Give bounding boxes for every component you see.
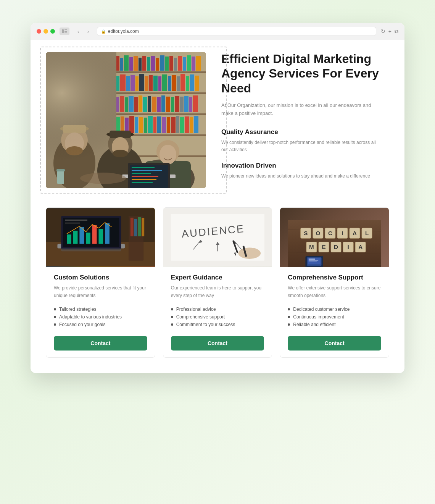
list-item: Adaptable to various industries	[54, 313, 147, 321]
cards-section: Custom Solutions We provide personalized…	[46, 207, 389, 357]
add-tab-icon[interactable]: +	[388, 28, 392, 35]
svg-rect-131	[130, 218, 134, 236]
svg-rect-2	[64, 31, 67, 32]
browser-window: ‹ › 🔒 editor.yola.com ↻ + ⧉	[31, 23, 404, 373]
refresh-icon[interactable]: ↻	[381, 28, 385, 35]
card-title-expert: Expert Guidance	[171, 274, 264, 281]
list-item-text: Professional advice	[176, 307, 216, 312]
browser-toolbar: ‹ › 🔒 editor.yola.com ↻ + ⧉	[31, 23, 404, 40]
address-bar[interactable]: 🔒 editor.yola.com	[97, 27, 376, 36]
card-custom-solutions: Custom Solutions We provide personalized…	[46, 207, 155, 357]
list-item-text: Continuous improvement	[293, 314, 344, 320]
list-item: Tailored strategies	[54, 305, 147, 313]
list-item-text: Adaptable to various industries	[59, 314, 122, 320]
card-desc-custom: We provide personalized services that fi…	[54, 284, 147, 299]
extensions-icon[interactable]: ⧉	[395, 28, 398, 35]
svg-text:I: I	[342, 230, 343, 236]
hero-image	[46, 52, 206, 188]
feature-innovation: Innovation Driven We pioneer new ideas a…	[221, 162, 382, 180]
svg-rect-121	[73, 231, 78, 244]
svg-rect-123	[86, 233, 90, 244]
card-title-support: Comprehensive Support	[288, 274, 381, 281]
card-expert-guidance: AUDIENCE	[163, 207, 272, 357]
card-desc-expert: Our experienced team is here to support …	[171, 284, 264, 299]
hero-image-container	[46, 52, 206, 188]
svg-text:A: A	[359, 244, 363, 250]
traffic-lights	[37, 29, 55, 34]
card-list-support: Dedicated customer service Continuous im…	[288, 305, 381, 328]
svg-rect-132	[134, 219, 137, 236]
page-content: Efficient Digital Marketing Agency Servi…	[31, 40, 404, 373]
hero-section: Efficient Digital Marketing Agency Servi…	[46, 52, 389, 188]
svg-rect-126	[105, 223, 110, 244]
list-item: Comprehensive support	[171, 313, 264, 321]
list-item: Commitment to your success	[171, 321, 264, 328]
bullet-icon	[54, 316, 56, 318]
contact-button-expert[interactable]: Contact	[171, 336, 264, 351]
list-item-text: Dedicated customer service	[293, 307, 350, 312]
minimize-button[interactable]	[44, 29, 48, 34]
list-item-text: Commitment to your success	[176, 322, 235, 327]
card-body-expert: Expert Guidance Our experienced team is …	[163, 267, 272, 357]
feature-quality: Quality Assurance We consistently delive…	[221, 128, 382, 153]
list-item-text: Reliable and efficient	[293, 322, 335, 327]
svg-rect-180	[309, 260, 318, 261]
card-title-custom: Custom Solutions	[54, 274, 147, 281]
contact-button-custom[interactable]: Contact	[54, 336, 147, 351]
svg-rect-119	[63, 218, 119, 247]
close-button[interactable]	[37, 29, 41, 34]
svg-point-144	[238, 248, 261, 259]
hero-subtitle: At Our Organization, our mission is to e…	[221, 102, 382, 118]
sidebar-toggle[interactable]	[60, 27, 69, 35]
svg-text:I: I	[348, 244, 349, 250]
svg-rect-133	[138, 217, 141, 236]
svg-rect-128	[65, 223, 80, 224]
bullet-icon	[171, 323, 173, 326]
list-item: Professional advice	[171, 305, 264, 313]
svg-rect-114	[46, 52, 206, 188]
list-item: Dedicated customer service	[288, 305, 381, 313]
svg-rect-129	[61, 249, 121, 252]
svg-text:C: C	[328, 230, 332, 236]
svg-text:S: S	[304, 230, 308, 236]
bullet-icon	[288, 308, 290, 310]
svg-text:O: O	[316, 230, 321, 236]
card-image-social: S O C I A	[280, 208, 389, 267]
svg-text:M: M	[309, 244, 314, 250]
svg-rect-120	[67, 234, 71, 244]
svg-rect-1	[64, 29, 67, 30]
maximize-button[interactable]	[50, 29, 55, 34]
card-list-custom: Tailored strategies Adaptable to various…	[54, 305, 147, 328]
forward-button[interactable]: ›	[84, 27, 92, 36]
card-list-expert: Professional advice Comprehensive suppor…	[171, 305, 264, 328]
svg-rect-179	[309, 259, 315, 260]
svg-rect-0	[62, 29, 64, 33]
list-item-text: Tailored strategies	[59, 307, 96, 312]
svg-text:L: L	[365, 230, 369, 236]
contact-button-support[interactable]: Contact	[288, 336, 381, 351]
bullet-icon	[288, 323, 290, 326]
bullet-icon	[171, 316, 173, 318]
list-item: Focused on your goals	[54, 321, 147, 328]
svg-rect-3	[64, 32, 67, 33]
bullet-icon	[288, 316, 290, 318]
svg-rect-124	[92, 225, 97, 244]
list-item: Reliable and efficient	[288, 321, 381, 328]
feature-innovation-desc: We pioneer new ideas and solutions to st…	[221, 173, 382, 180]
card-desc-support: We offer extensive support services to e…	[288, 284, 381, 299]
url-text: editor.yola.com	[108, 29, 139, 34]
bullet-icon	[171, 308, 173, 310]
feature-quality-desc: We consistently deliver top-notch perfor…	[221, 139, 382, 153]
feature-quality-title: Quality Assurance	[221, 128, 382, 136]
svg-text:A: A	[353, 230, 357, 236]
feature-innovation-title: Innovation Driven	[221, 162, 382, 170]
nav-buttons: ‹ ›	[74, 27, 92, 36]
svg-rect-125	[98, 229, 103, 244]
svg-rect-134	[142, 218, 144, 236]
bullet-icon	[54, 308, 56, 310]
svg-rect-181	[309, 262, 317, 262]
card-body-custom: Custom Solutions We provide personalized…	[46, 267, 155, 357]
hero-text: Efficient Digital Marketing Agency Servi…	[221, 52, 389, 188]
card-image-laptop	[46, 208, 155, 267]
back-button[interactable]: ‹	[74, 27, 82, 36]
